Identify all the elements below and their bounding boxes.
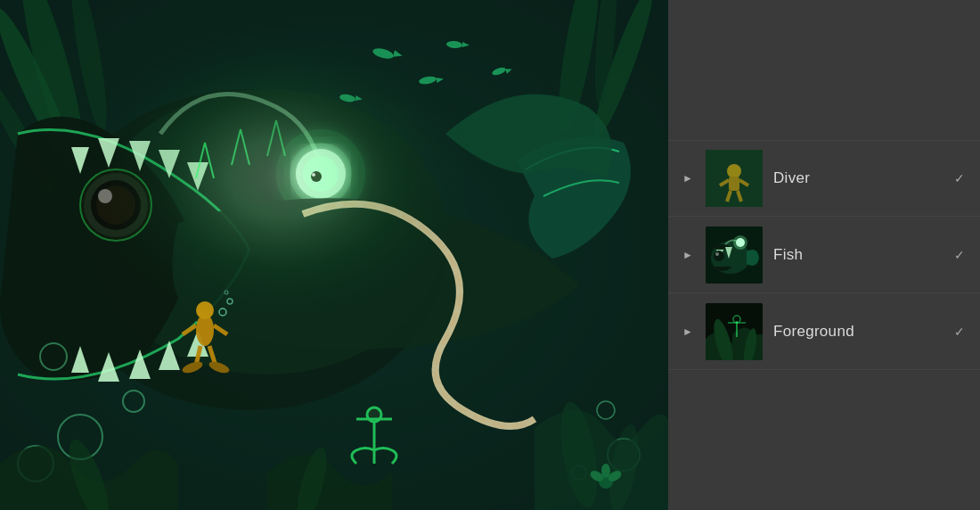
canvas-area bbox=[0, 0, 668, 510]
layer-expand-fish[interactable]: ► bbox=[681, 249, 695, 261]
layer-row-fish[interactable]: ► bbox=[668, 217, 980, 293]
layer-expand-diver[interactable]: ► bbox=[681, 172, 695, 185]
layer-visibility-foreground[interactable]: ✓ bbox=[951, 324, 968, 340]
layer-name-fish: Fish bbox=[773, 246, 941, 264]
layer-thumb-diver bbox=[706, 150, 763, 207]
layer-visibility-fish[interactable]: ✓ bbox=[951, 247, 968, 263]
svg-rect-90 bbox=[706, 226, 763, 284]
layer-expand-foreground[interactable]: ► bbox=[681, 325, 695, 338]
artwork bbox=[0, 0, 668, 510]
layer-name-foreground: Foreground bbox=[773, 323, 941, 341]
layer-thumb-foreground bbox=[706, 303, 763, 360]
svg-rect-81 bbox=[706, 150, 763, 207]
layer-visibility-diver[interactable]: ✓ bbox=[951, 170, 968, 186]
layer-row-diver[interactable]: ► Diver ✓ bbox=[668, 140, 980, 217]
layer-thumb-fish bbox=[706, 226, 763, 284]
layer-row-foreground[interactable]: ► Foreground ✓ bbox=[668, 293, 980, 370]
layers-panel: ► Diver ✓ ► bbox=[668, 0, 980, 510]
layer-name-diver: Diver bbox=[773, 169, 941, 187]
